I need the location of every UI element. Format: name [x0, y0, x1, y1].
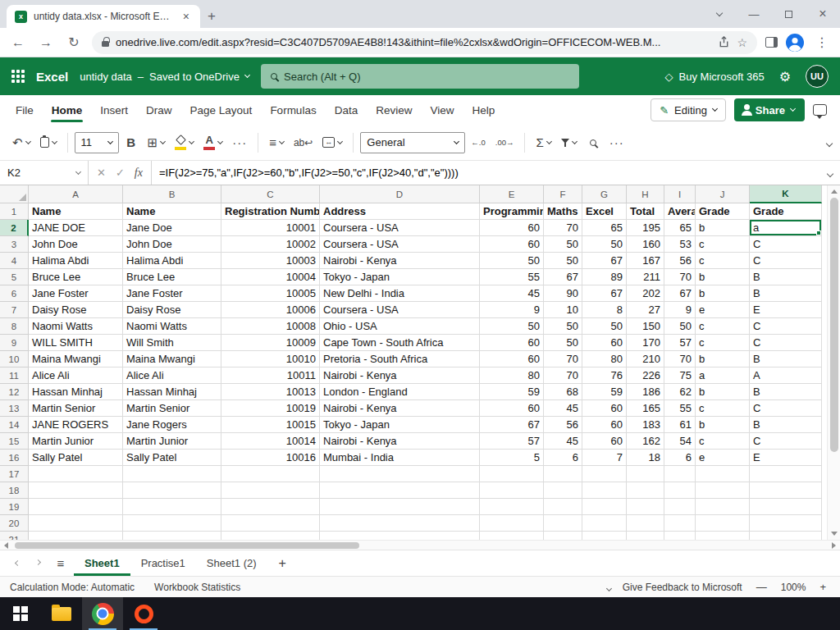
scroll-right-icon[interactable]	[832, 542, 836, 549]
cell-E2[interactable]: 60	[480, 220, 544, 236]
cell-H7[interactable]: 27	[627, 302, 664, 318]
cell-G4[interactable]: 67	[582, 253, 627, 269]
cell-F11[interactable]: 70	[544, 368, 582, 384]
cell-J19[interactable]	[696, 499, 750, 515]
cell-G17[interactable]	[582, 466, 627, 482]
cell-C12[interactable]: 10013	[221, 384, 320, 400]
cell-E3[interactable]: 60	[480, 236, 544, 253]
row-header-3[interactable]: 3	[0, 236, 29, 253]
cell-B9[interactable]: Will Smith	[123, 335, 221, 351]
cell-E11[interactable]: 80	[480, 368, 544, 384]
cell-C17[interactable]	[221, 466, 320, 482]
cell-A5[interactable]: Bruce Lee	[29, 269, 123, 285]
cell-J10[interactable]: b	[696, 351, 750, 368]
cell-G9[interactable]: 60	[582, 335, 627, 351]
cell-D17[interactable]	[320, 466, 480, 482]
cell-J18[interactable]	[696, 482, 750, 499]
cell-K17[interactable]	[750, 466, 822, 482]
cell-G7[interactable]: 8	[582, 302, 627, 318]
cell-D15[interactable]: Nairobi - Kenya	[320, 433, 480, 450]
cell-H4[interactable]: 167	[627, 253, 664, 269]
cell-C16[interactable]: 10016	[221, 450, 320, 466]
comments-icon[interactable]	[813, 104, 827, 116]
cell-C13[interactable]: 10019	[221, 400, 320, 417]
sheet-nav-right-button[interactable]	[28, 550, 48, 576]
feedback-link[interactable]: Give Feedback to Microsoft	[623, 582, 742, 593]
vertical-scrollbar[interactable]	[827, 185, 840, 540]
url-bar[interactable]: onedrive.live.com/edit.aspx?resid=C3C407…	[92, 31, 757, 54]
cell-H20[interactable]	[627, 515, 664, 532]
account-avatar[interactable]: UU	[806, 65, 829, 88]
row-header-4[interactable]: 4	[0, 253, 29, 269]
cell-F3[interactable]: 50	[544, 236, 582, 253]
cell-D5[interactable]: Tokyo - Japan	[320, 269, 480, 285]
cell-G13[interactable]: 60	[582, 400, 627, 417]
cell-K11[interactable]: A	[750, 368, 822, 384]
row-header-19[interactable]: 19	[0, 499, 29, 515]
cell-B10[interactable]: Maina Mwangi	[123, 351, 221, 368]
col-header-E[interactable]: E	[480, 185, 544, 203]
cell-G8[interactable]: 50	[582, 318, 627, 335]
editing-mode-button[interactable]: ✎ Editing	[651, 98, 726, 121]
cell-F17[interactable]	[544, 466, 582, 482]
menu-home[interactable]: Home	[43, 95, 92, 125]
cell-K15[interactable]: C	[750, 433, 822, 450]
cell-B12[interactable]: Hassan Minhaj	[123, 384, 221, 400]
row-header-13[interactable]: 13	[0, 400, 29, 417]
cell-C21[interactable]	[221, 532, 320, 540]
cell-B16[interactable]: Sally Patel	[123, 450, 221, 466]
app-launcher-waffle-icon[interactable]	[11, 70, 25, 83]
forward-icon[interactable]: →	[36, 35, 56, 50]
cell-C7[interactable]: 10006	[221, 302, 320, 318]
cell-J15[interactable]: c	[696, 433, 750, 450]
cell-K10[interactable]: B	[750, 351, 822, 368]
cell-G1[interactable]: Excel	[582, 203, 627, 220]
more-commands-button[interactable]: ···	[605, 130, 628, 155]
cell-H14[interactable]: 183	[627, 417, 664, 433]
sort-filter-button[interactable]	[557, 130, 581, 155]
cell-H2[interactable]: 195	[627, 220, 664, 236]
cell-A14[interactable]: JANE ROGERS	[29, 417, 123, 433]
cell-F15[interactable]: 45	[544, 433, 582, 450]
scroll-up-icon[interactable]	[831, 189, 838, 194]
cell-J12[interactable]: b	[696, 384, 750, 400]
cell-B1[interactable]: Name	[123, 203, 221, 220]
cell-E16[interactable]: 5	[480, 450, 544, 466]
cell-J21[interactable]	[696, 532, 750, 540]
document-title[interactable]: untidy data	[80, 71, 132, 83]
cell-I2[interactable]: 65	[664, 220, 696, 236]
side-panel-icon[interactable]	[765, 37, 778, 48]
cell-G14[interactable]: 60	[582, 417, 627, 433]
cell-A8[interactable]: Naomi Watts	[29, 318, 123, 335]
cell-J4[interactable]: c	[696, 253, 750, 269]
cell-J20[interactable]	[696, 515, 750, 532]
cell-C8[interactable]: 10008	[221, 318, 320, 335]
cell-C14[interactable]: 10015	[221, 417, 320, 433]
cell-I7[interactable]: 9	[664, 302, 696, 318]
cell-K12[interactable]: B	[750, 384, 822, 400]
decrease-decimal-button[interactable]: .00→	[491, 130, 518, 155]
cell-E19[interactable]	[480, 499, 544, 515]
cell-H8[interactable]: 150	[627, 318, 664, 335]
horizontal-scrollbar[interactable]	[0, 540, 840, 550]
cell-I18[interactable]	[664, 482, 696, 499]
font-size-select[interactable]: 11	[75, 132, 119, 153]
cell-F10[interactable]: 70	[544, 351, 582, 368]
cell-F9[interactable]: 50	[544, 335, 582, 351]
cell-I8[interactable]: 50	[664, 318, 696, 335]
cell-G5[interactable]: 89	[582, 269, 627, 285]
tab-search-chevron-icon[interactable]	[702, 0, 737, 28]
cell-J1[interactable]: Grade	[696, 203, 750, 220]
cell-I9[interactable]: 57	[664, 335, 696, 351]
sheet-tab-sheet1[interactable]: Sheet1	[74, 550, 130, 576]
cell-D10[interactable]: Pretoria - South Africa	[320, 351, 480, 368]
cell-E21[interactable]	[480, 532, 544, 540]
row-header-18[interactable]: 18	[0, 482, 29, 499]
cell-B4[interactable]: Halima Abdi	[123, 253, 221, 269]
row-header-11[interactable]: 11	[0, 368, 29, 384]
cell-C19[interactable]	[221, 499, 320, 515]
cell-E5[interactable]: 55	[480, 269, 544, 285]
cell-I20[interactable]	[664, 515, 696, 532]
cell-A3[interactable]: John Doe	[29, 236, 123, 253]
cell-J17[interactable]	[696, 466, 750, 482]
